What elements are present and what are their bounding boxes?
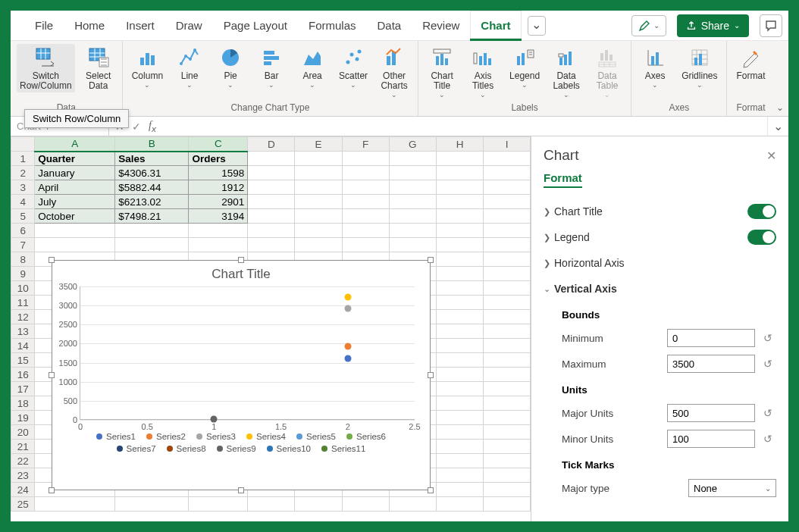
tab-data[interactable]: Data (366, 11, 412, 41)
reset-maximum-button[interactable]: ↺ (760, 358, 776, 370)
cell[interactable] (484, 267, 531, 281)
legend-item[interactable]: Series8 (167, 444, 206, 453)
cell[interactable]: July (35, 195, 115, 209)
tab-formulas[interactable]: Formulas (298, 11, 367, 41)
cell[interactable] (484, 468, 531, 483)
resize-handle[interactable] (49, 487, 55, 493)
column-header[interactable]: C (189, 137, 248, 152)
cell[interactable] (295, 224, 342, 238)
maximum-input[interactable] (667, 355, 755, 373)
cell[interactable] (342, 195, 389, 209)
comments-button[interactable] (760, 14, 782, 37)
chart-plot-area[interactable]: 050010001500200025003000350000.511.522.5 (80, 286, 415, 420)
cell[interactable] (342, 497, 389, 512)
column-header[interactable]: D (248, 137, 295, 152)
cell[interactable]: October (35, 209, 115, 224)
cell[interactable]: January (35, 166, 115, 180)
legend-item[interactable]: Series3 (196, 432, 236, 441)
cell[interactable] (437, 180, 484, 195)
cell[interactable] (484, 324, 531, 339)
row-header[interactable]: 20 (11, 425, 35, 440)
cell[interactable] (342, 180, 389, 195)
chart-point[interactable] (211, 416, 218, 423)
column-header[interactable]: H (437, 137, 484, 152)
cell[interactable] (389, 209, 436, 224)
accept-formula-icon[interactable]: ✓ (132, 120, 141, 133)
chart-object[interactable]: Chart Title 0500100015002000250030003500… (52, 260, 431, 490)
resize-handle[interactable] (49, 257, 55, 263)
cell[interactable] (35, 238, 115, 252)
cell[interactable] (189, 238, 248, 252)
cell[interactable] (437, 281, 484, 296)
cell[interactable] (437, 166, 484, 180)
row-header[interactable]: 24 (11, 483, 35, 497)
tab-page-layout[interactable]: Page Layout (213, 11, 298, 41)
cell[interactable] (295, 152, 342, 166)
cell[interactable] (295, 209, 342, 224)
cell[interactable] (389, 238, 436, 252)
cell[interactable]: 1912 (189, 180, 248, 195)
major-units-input[interactable] (667, 404, 755, 422)
cell[interactable] (248, 238, 295, 252)
cell[interactable] (437, 396, 484, 411)
resize-handle[interactable] (428, 257, 434, 263)
cell[interactable] (437, 224, 484, 238)
cell[interactable] (484, 252, 531, 267)
reset-minor-button[interactable]: ↺ (760, 433, 776, 445)
cell[interactable]: 3194 (189, 209, 248, 224)
select-all-cell[interactable] (11, 137, 35, 152)
cell[interactable] (437, 324, 484, 339)
cell[interactable] (35, 497, 115, 512)
pane-vertical-axis-row[interactable]: ⌄ Vertical Axis (544, 276, 776, 302)
cell[interactable] (389, 166, 436, 180)
cell[interactable] (484, 411, 531, 425)
resize-handle[interactable] (238, 487, 244, 493)
cell[interactable] (484, 238, 531, 252)
cell[interactable] (35, 224, 115, 238)
row-header[interactable]: 8 (11, 252, 35, 267)
cell[interactable] (437, 497, 484, 512)
gridlines-button[interactable]: Gridlines⌄ (678, 44, 720, 90)
cell[interactable] (389, 224, 436, 238)
legend-button[interactable]: Legend⌄ (506, 44, 543, 90)
cell[interactable] (484, 440, 531, 454)
cell[interactable] (295, 180, 342, 195)
resize-handle[interactable] (49, 372, 55, 378)
cell[interactable] (437, 368, 484, 382)
cell[interactable] (437, 238, 484, 252)
cell[interactable] (484, 166, 531, 180)
bar-chart-button[interactable]: Bar⌄ (254, 44, 289, 90)
cell[interactable] (437, 382, 484, 396)
cell[interactable]: 1598 (189, 166, 248, 180)
cell[interactable] (189, 224, 248, 238)
cell[interactable] (437, 310, 484, 324)
cell[interactable] (484, 425, 531, 440)
row-header[interactable]: 1 (11, 152, 35, 166)
formula-input[interactable] (162, 117, 767, 136)
pie-chart-button[interactable]: Pie⌄ (213, 44, 248, 90)
row-header[interactable]: 6 (11, 224, 35, 238)
row-header[interactable]: 12 (11, 310, 35, 324)
cell[interactable] (484, 497, 531, 512)
cell[interactable] (295, 166, 342, 180)
cell[interactable]: $4306.31 (115, 166, 189, 180)
row-header[interactable]: 13 (11, 324, 35, 339)
cell[interactable] (484, 382, 531, 396)
other-charts-button[interactable]: Other Charts⌄ (377, 44, 412, 100)
cell[interactable] (342, 166, 389, 180)
cell[interactable]: 2901 (189, 195, 248, 209)
legend-item[interactable]: Series6 (346, 432, 386, 441)
cell[interactable] (437, 339, 484, 353)
tab-home[interactable]: Home (64, 11, 115, 41)
cell[interactable] (115, 224, 189, 238)
cell[interactable] (437, 195, 484, 209)
cell[interactable] (437, 440, 484, 454)
cell[interactable] (248, 497, 295, 512)
cell[interactable] (248, 152, 295, 166)
resize-handle[interactable] (238, 257, 244, 263)
cell[interactable]: Orders (189, 152, 248, 166)
row-header[interactable]: 7 (11, 238, 35, 252)
cell[interactable] (437, 353, 484, 368)
cell[interactable] (342, 152, 389, 166)
row-header[interactable]: 25 (11, 497, 35, 512)
